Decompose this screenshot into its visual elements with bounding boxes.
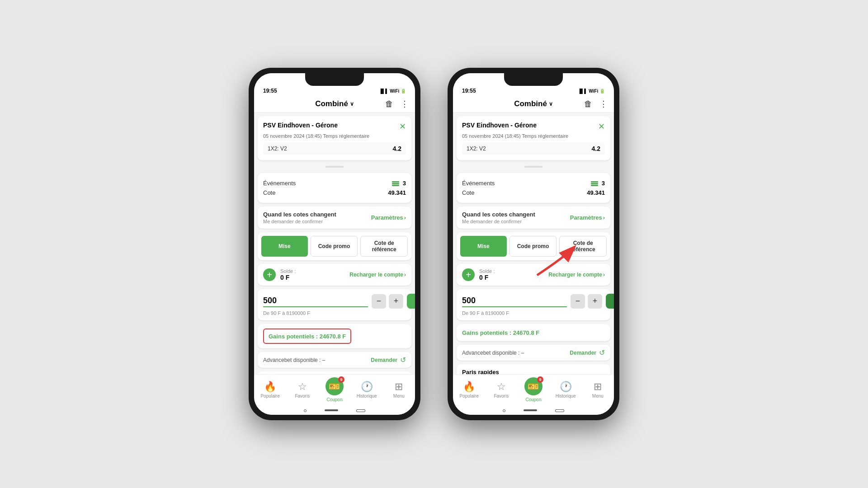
phone-2-tab-cote-ref[interactable]: Cote de référence: [559, 236, 607, 257]
phone-2-nav-menu[interactable]: ⊞ Menu: [586, 381, 609, 399]
phone-1-demander-link[interactable]: Demander: [371, 357, 397, 363]
phone-2-home-indicator: [453, 407, 614, 415]
phone-2-nav-populaire[interactable]: 🔥 Populaire: [458, 381, 481, 399]
phone-1-tabs-row: Mise Code promo Cote de référence: [258, 232, 411, 260]
phone-2-refresh-icon[interactable]: ↺: [599, 348, 605, 357]
phone-1-advancebet-label: Advancebet disponible : –: [263, 357, 325, 363]
phone-2: 19:55 ▐▌▌ WiFi 🔋 Combiné ∨ 🗑 ⋮: [448, 68, 619, 420]
phone-2-settings-content: Quand les cotes changent Me demander de …: [462, 211, 605, 224]
phone-1-status-icons: ▐▌▌ WiFi 🔋: [379, 89, 406, 94]
phone-1-nav-populaire-label: Populaire: [260, 394, 279, 399]
phone-1: 19:55 ▐▌▌ WiFi 🔋 Combiné ∨ 🗑 ⋮: [249, 68, 420, 420]
phone-1-clock-icon: 🕐: [361, 381, 373, 393]
phone-2-star-icon: ☆: [497, 381, 506, 393]
phone-2-pari-btn[interactable]: PARI: [606, 294, 614, 309]
phone-1-nav-favoris[interactable]: ☆ Favoris: [291, 381, 314, 399]
phone-2-settings-text: Quand les cotes changent Me demander de …: [462, 211, 535, 224]
phone-2-gains-value: 24670.8 F: [513, 329, 540, 336]
phone-2-stepper-minus[interactable]: −: [571, 294, 585, 309]
phone-2-events-row: Événements 3: [462, 178, 605, 188]
phone-2-home-dot1: [503, 409, 505, 412]
phone-2-header-title: Combiné ∨: [514, 99, 553, 108]
phone-2-advancebet-right: Demander ↺: [570, 348, 605, 357]
phone-2-clock-icon: 🕐: [560, 381, 572, 393]
phone-2-events-label: Événements: [462, 180, 495, 187]
phone-2-settings-row: Quand les cotes changent Me demander de …: [457, 206, 610, 229]
phone-1-tab-mise[interactable]: Mise: [261, 236, 308, 257]
phone-1-gains-text: Gains potentiels : 24670.8 F: [269, 333, 346, 340]
phone-2-nav-historique[interactable]: 🕐 Historique: [554, 381, 577, 399]
phone-1-refresh-icon[interactable]: ↺: [400, 356, 406, 364]
phone-2-params-link[interactable]: Paramètres ›: [570, 214, 605, 221]
phone-1-match-title: PSV Eindhoven - Gérone: [263, 122, 338, 129]
phone-1-match-date: 05 novembre 2024 (18:45) Temps réglement…: [263, 133, 406, 139]
phone-1-tab-cote-ref[interactable]: Cote de référence: [360, 236, 408, 257]
phone-1-match-close[interactable]: ✕: [399, 122, 406, 131]
phone-2-stepper-plus[interactable]: +: [588, 294, 602, 309]
phone-2-status-time: 19:55: [462, 88, 476, 94]
phone-1-balance-label: Solde :: [280, 268, 345, 274]
phone-2-events-value: 3: [591, 180, 605, 187]
phone-2-nav-coupon[interactable]: 🎫 9 Coupon: [522, 377, 545, 402]
phone-1-nav-populaire[interactable]: 🔥 Populaire: [259, 381, 282, 399]
phone-1-settings-title: Quand les cotes changent: [263, 211, 336, 218]
phone-1-events-value: 3: [392, 180, 406, 187]
phone-1-nav-menu[interactable]: ⊞ Menu: [387, 381, 410, 399]
phone-1-bet-amount-line: − + PARI: [263, 294, 406, 309]
phone-2-bet-odds: 4.2: [592, 145, 600, 152]
phone-1-header-title: Combiné ∨: [315, 99, 354, 108]
phone-1-flame-icon: 🔥: [264, 381, 276, 393]
phone-1-notch: [305, 73, 364, 86]
phone-2-cote-label: Cote: [462, 189, 474, 196]
phone-2-home-rect: [555, 409, 564, 412]
phone-1-params-link[interactable]: Paramètres ›: [371, 214, 406, 221]
phone-2-bet-input-row: − + PARI De 90 F à 8190000 F: [457, 289, 610, 320]
phone-2-more-icon[interactable]: ⋮: [599, 98, 609, 110]
phone-1-stepper-plus[interactable]: +: [389, 294, 403, 309]
phone-2-menu-icon: ⊞: [594, 381, 602, 393]
phone-2-demander-link[interactable]: Demander: [570, 350, 596, 356]
phone-2-notch: [504, 73, 563, 86]
phone-2-recharge-link[interactable]: Recharger le compte ›: [548, 272, 605, 278]
phone-1-settings-text: Quand les cotes changent Me demander de …: [263, 211, 336, 224]
phone-2-tab-code-promo[interactable]: Code promo: [509, 236, 557, 257]
phone-1-add-circle[interactable]: +: [263, 268, 276, 281]
phone-2-advancebet-row: Advancebet disponible : – Demander ↺: [457, 345, 610, 361]
phone-1-nav-coupon[interactable]: 🎫 9 Coupon: [323, 377, 346, 402]
phone-1-delete-icon[interactable]: 🗑: [384, 99, 394, 110]
phone-1-home-rect: [356, 409, 365, 412]
phone-1-tab-code-promo[interactable]: Code promo: [311, 236, 358, 257]
phone-1-match-card: PSV Eindhoven - Gérone ✕ 05 novembre 202…: [258, 116, 411, 160]
phone-2-nav-favoris[interactable]: ☆ Favoris: [490, 381, 513, 399]
phone-2-cote-row: Cote 49.341: [462, 188, 605, 197]
phone-1-settings-row: Quand les cotes changent Me demander de …: [258, 206, 411, 229]
phone-1-nav-historique-label: Historique: [357, 394, 377, 399]
phone-2-balance-value: 0 F: [479, 274, 544, 281]
phone-2-bet-amount-input[interactable]: [462, 295, 567, 307]
phone-1-pari-btn[interactable]: PARI: [407, 294, 415, 309]
phone-2-delete-icon[interactable]: 🗑: [583, 99, 593, 110]
phone-1-nav-menu-label: Menu: [393, 394, 405, 399]
phone-1-nav-historique[interactable]: 🕐 Historique: [355, 381, 378, 399]
phone-2-settings-subtitle: Me demander de confirmer: [462, 219, 535, 224]
phone-1-bet-amount-input[interactable]: [263, 295, 368, 307]
phone-1-advancebet-row: Advancebet disponible : – Demander ↺: [258, 352, 411, 368]
phone-2-match-title: PSV Eindhoven - Gérone: [462, 122, 537, 129]
phone-1-recharge-link[interactable]: Recharger le compte ›: [349, 272, 406, 278]
phone-2-tab-mise[interactable]: Mise: [460, 236, 507, 257]
phone-1-screen: 19:55 ▐▌▌ WiFi 🔋 Combiné ∨ 🗑 ⋮: [254, 73, 415, 415]
phone-1-status-time: 19:55: [263, 88, 277, 94]
phone-1-home-bar: [325, 409, 338, 411]
phone-2-scroll-dot: [524, 166, 542, 168]
phone-1-menu-icon: ⊞: [395, 381, 403, 393]
phone-1-stepper-minus[interactable]: −: [372, 294, 386, 309]
phone-2-status-icons: ▐▌▌ WiFi 🔋: [578, 89, 605, 94]
phone-2-nav-populaire-label: Populaire: [459, 394, 478, 399]
phone-2-match-close[interactable]: ✕: [598, 122, 605, 131]
phone-1-match-bet: 1X2: V2 4.2: [263, 142, 406, 155]
phone-1-header-actions: 🗑 ⋮: [384, 98, 410, 110]
phone-1-more-icon[interactable]: ⋮: [400, 98, 410, 110]
phone-2-nav-favoris-label: Favoris: [494, 394, 509, 399]
phone-2-add-circle[interactable]: +: [462, 268, 475, 281]
phone-1-cote-row: Cote 49.341: [263, 188, 406, 197]
